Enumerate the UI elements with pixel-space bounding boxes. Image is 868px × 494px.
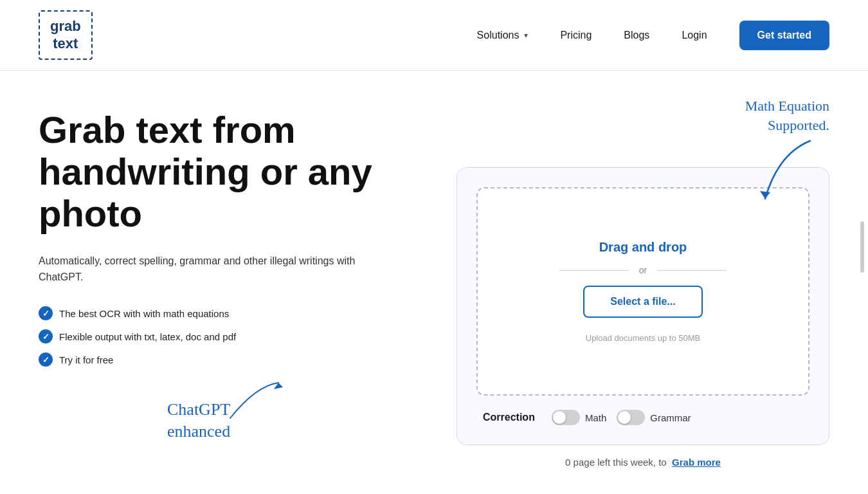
navigation: Solutions ▾ Pricing Blogs Login Get star… xyxy=(477,21,829,50)
drop-zone[interactable]: Drag and drop or Select a file... Upload… xyxy=(476,187,809,396)
drag-drop-text: Drag and drop xyxy=(599,240,687,255)
nav-blogs[interactable]: Blogs xyxy=(624,30,649,41)
upload-hint: Upload documents up to 50MB xyxy=(586,333,701,343)
chevron-down-icon: ▾ xyxy=(524,31,528,40)
or-divider: or xyxy=(559,265,727,275)
main-content: Grab text from handwriting or any photo … xyxy=(0,71,868,493)
scrollbar[interactable] xyxy=(860,221,864,273)
select-file-button[interactable]: Select a file... xyxy=(583,286,702,318)
nav-pricing[interactable]: Pricing xyxy=(560,30,592,41)
correction-row: Correction Math Grammar xyxy=(476,410,809,425)
feature-item-3: Try it for free xyxy=(39,352,418,367)
feature-text-3: Try it for free xyxy=(59,354,113,365)
or-text: or xyxy=(639,265,647,275)
upload-section: Math EquationSupported. Drag and drop or… xyxy=(457,96,829,468)
check-icon-2 xyxy=(39,329,53,343)
math-annotation-text: Math EquationSupported. xyxy=(727,96,829,134)
divider-line-left xyxy=(559,270,629,271)
math-arrow-icon xyxy=(727,134,829,205)
check-icon-1 xyxy=(39,306,53,320)
logo[interactable]: grab text xyxy=(39,10,93,60)
math-toggle-group: Math xyxy=(552,410,606,425)
divider-line-right xyxy=(657,270,727,271)
chatgpt-arrow-icon xyxy=(224,380,288,425)
hero-subtitle: Automatically, correct spelling, grammar… xyxy=(39,253,373,286)
pages-left-text: 0 page left this week, to xyxy=(565,457,667,468)
grammar-toggle[interactable] xyxy=(617,410,645,425)
grammar-toggle-group: Grammar xyxy=(617,410,691,425)
feature-text-1: The best OCR with with math equations xyxy=(59,308,229,319)
svg-marker-1 xyxy=(760,191,770,199)
header: grab text Solutions ▾ Pricing Blogs Logi… xyxy=(0,0,868,71)
hero-section: Grab text from handwriting or any photo … xyxy=(39,96,418,443)
grammar-toggle-label: Grammar xyxy=(650,412,691,423)
feature-item-1: The best OCR with with math equations xyxy=(39,306,418,320)
grab-more-link[interactable]: Grab more xyxy=(672,457,721,468)
nav-solutions[interactable]: Solutions ▾ xyxy=(477,30,529,41)
feature-item-2: Flexible output with txt, latex, doc and… xyxy=(39,329,418,343)
feature-text-2: Flexible output with txt, latex, doc and… xyxy=(59,331,236,342)
upload-card: Drag and drop or Select a file... Upload… xyxy=(457,167,829,445)
status-bar: 0 page left this week, to Grab more xyxy=(457,457,829,468)
math-toggle[interactable] xyxy=(552,410,580,425)
get-started-button[interactable]: Get started xyxy=(739,21,829,50)
check-icon-3 xyxy=(39,352,53,367)
logo-text: grab text xyxy=(50,18,81,52)
math-toggle-label: Math xyxy=(585,412,606,423)
nav-login[interactable]: Login xyxy=(682,30,707,41)
correction-label: Correction xyxy=(483,412,535,423)
feature-list: The best OCR with with math equations Fl… xyxy=(39,306,418,367)
hero-title: Grab text from handwriting or any photo xyxy=(39,109,418,235)
math-annotation: Math EquationSupported. xyxy=(727,96,829,205)
chatgpt-annotation: ChatGPTenhanced xyxy=(167,399,230,443)
